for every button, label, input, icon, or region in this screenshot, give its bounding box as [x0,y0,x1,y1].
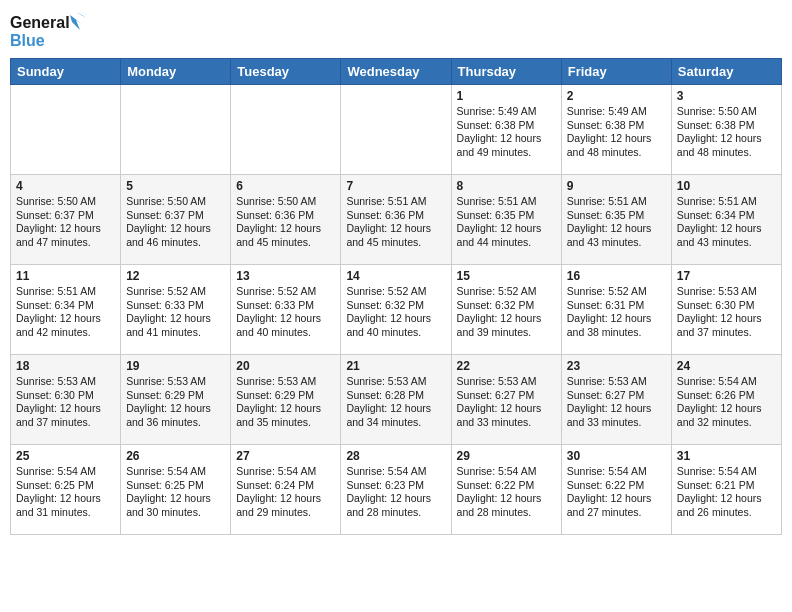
day-info-line: and 39 minutes. [457,326,556,340]
calendar-cell [11,85,121,175]
day-info-line: Sunrise: 5:54 AM [16,465,115,479]
day-info-line: Sunrise: 5:53 AM [457,375,556,389]
day-info-line: Sunrise: 5:52 AM [567,285,666,299]
calendar-week-3: 11Sunrise: 5:51 AMSunset: 6:34 PMDayligh… [11,265,782,355]
calendar-cell: 20Sunrise: 5:53 AMSunset: 6:29 PMDayligh… [231,355,341,445]
day-info-line: Daylight: 12 hours [677,222,776,236]
calendar-cell [231,85,341,175]
day-number: 17 [677,269,776,283]
day-info-line: Sunrise: 5:49 AM [567,105,666,119]
day-info-line: Sunset: 6:30 PM [677,299,776,313]
day-info-line: Sunrise: 5:54 AM [126,465,225,479]
calendar-cell: 24Sunrise: 5:54 AMSunset: 6:26 PMDayligh… [671,355,781,445]
day-info-line: Sunset: 6:33 PM [236,299,335,313]
day-number: 14 [346,269,445,283]
logo-icon: GeneralBlue [10,10,90,52]
calendar-cell: 5Sunrise: 5:50 AMSunset: 6:37 PMDaylight… [121,175,231,265]
day-info-line: and 43 minutes. [677,236,776,250]
day-info-line: Daylight: 12 hours [346,222,445,236]
calendar-cell: 21Sunrise: 5:53 AMSunset: 6:28 PMDayligh… [341,355,451,445]
day-info-line: and 35 minutes. [236,416,335,430]
day-info-line: Sunrise: 5:54 AM [346,465,445,479]
day-info-line: Daylight: 12 hours [16,312,115,326]
day-info-line: Daylight: 12 hours [236,492,335,506]
day-header-tuesday: Tuesday [231,59,341,85]
day-info-line: Sunrise: 5:51 AM [346,195,445,209]
calendar-cell: 9Sunrise: 5:51 AMSunset: 6:35 PMDaylight… [561,175,671,265]
day-info-line: and 26 minutes. [677,506,776,520]
day-info-line: Sunrise: 5:54 AM [677,465,776,479]
day-info-line: and 29 minutes. [236,506,335,520]
day-number: 22 [457,359,556,373]
day-header-monday: Monday [121,59,231,85]
day-info-line: Sunset: 6:36 PM [236,209,335,223]
day-info-line: Daylight: 12 hours [457,402,556,416]
day-info-line: Daylight: 12 hours [457,132,556,146]
day-info-line: Sunset: 6:31 PM [567,299,666,313]
day-info-line: Sunrise: 5:51 AM [567,195,666,209]
svg-text:Blue: Blue [10,32,45,49]
day-number: 5 [126,179,225,193]
day-info-line: Daylight: 12 hours [236,222,335,236]
day-info-line: Sunset: 6:35 PM [567,209,666,223]
day-info-line: Sunset: 6:37 PM [126,209,225,223]
calendar-header-row: SundayMondayTuesdayWednesdayThursdayFrid… [11,59,782,85]
day-info-line: Sunset: 6:36 PM [346,209,445,223]
day-info-line: Sunset: 6:35 PM [457,209,556,223]
day-info-line: Daylight: 12 hours [677,312,776,326]
day-info-line: Daylight: 12 hours [346,312,445,326]
svg-marker-2 [70,15,82,30]
day-info-line: and 45 minutes. [236,236,335,250]
calendar-cell: 11Sunrise: 5:51 AMSunset: 6:34 PMDayligh… [11,265,121,355]
day-info-line: Sunrise: 5:54 AM [567,465,666,479]
day-number: 27 [236,449,335,463]
calendar-cell: 22Sunrise: 5:53 AMSunset: 6:27 PMDayligh… [451,355,561,445]
day-info-line: and 27 minutes. [567,506,666,520]
day-info-line: Sunrise: 5:53 AM [346,375,445,389]
day-info-line: and 30 minutes. [126,506,225,520]
calendar-cell: 17Sunrise: 5:53 AMSunset: 6:30 PMDayligh… [671,265,781,355]
day-number: 26 [126,449,225,463]
day-info-line: Daylight: 12 hours [457,492,556,506]
day-number: 18 [16,359,115,373]
day-info-line: Sunrise: 5:53 AM [126,375,225,389]
day-info-line: and 40 minutes. [346,326,445,340]
day-info-line: and 31 minutes. [16,506,115,520]
calendar-cell [121,85,231,175]
day-info-line: and 45 minutes. [346,236,445,250]
day-number: 3 [677,89,776,103]
day-info-line: Sunrise: 5:53 AM [677,285,776,299]
day-info-line: Sunrise: 5:53 AM [236,375,335,389]
day-info-line: Daylight: 12 hours [16,402,115,416]
day-number: 31 [677,449,776,463]
day-number: 24 [677,359,776,373]
day-info-line: Daylight: 12 hours [457,312,556,326]
logo: GeneralBlue [10,10,90,52]
day-info-line: Sunrise: 5:51 AM [16,285,115,299]
day-info-line: Sunset: 6:21 PM [677,479,776,493]
day-number: 8 [457,179,556,193]
day-info-line: Sunrise: 5:52 AM [126,285,225,299]
day-info-line: Sunset: 6:28 PM [346,389,445,403]
calendar-cell: 7Sunrise: 5:51 AMSunset: 6:36 PMDaylight… [341,175,451,265]
calendar-cell: 29Sunrise: 5:54 AMSunset: 6:22 PMDayligh… [451,445,561,535]
day-info-line: Daylight: 12 hours [346,492,445,506]
day-info-line: Sunset: 6:34 PM [16,299,115,313]
calendar-week-1: 1Sunrise: 5:49 AMSunset: 6:38 PMDaylight… [11,85,782,175]
day-info-line: and 48 minutes. [677,146,776,160]
calendar-cell: 18Sunrise: 5:53 AMSunset: 6:30 PMDayligh… [11,355,121,445]
day-number: 1 [457,89,556,103]
day-header-saturday: Saturday [671,59,781,85]
day-number: 25 [16,449,115,463]
day-info-line: and 28 minutes. [457,506,556,520]
day-info-line: Sunrise: 5:53 AM [16,375,115,389]
day-number: 19 [126,359,225,373]
day-info-line: Sunrise: 5:52 AM [236,285,335,299]
calendar-cell: 30Sunrise: 5:54 AMSunset: 6:22 PMDayligh… [561,445,671,535]
day-info-line: and 33 minutes. [567,416,666,430]
day-number: 29 [457,449,556,463]
calendar-table: SundayMondayTuesdayWednesdayThursdayFrid… [10,58,782,535]
day-header-wednesday: Wednesday [341,59,451,85]
day-info-line: Daylight: 12 hours [126,492,225,506]
day-info-line: Sunset: 6:27 PM [457,389,556,403]
